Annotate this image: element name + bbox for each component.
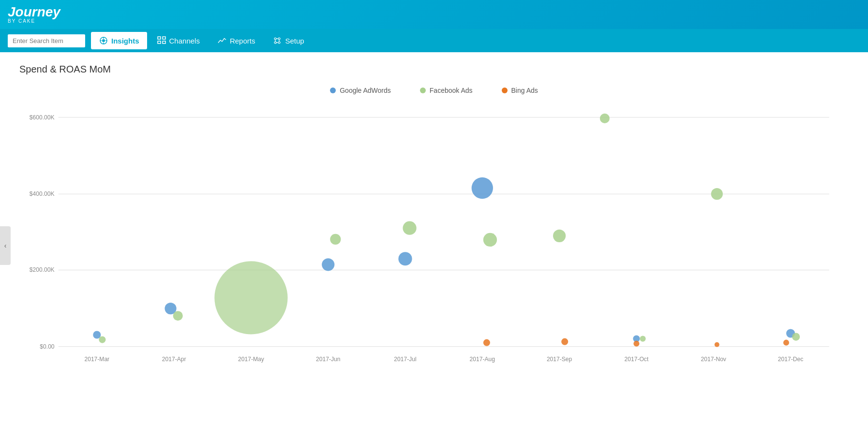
x-label-sep: 2017-Sep — [547, 356, 572, 363]
x-label-aug: 2017-Aug — [470, 356, 495, 363]
bubble-chart: $600.00K $400.00K $200.00K $0.00 2017-Ma… — [19, 104, 849, 384]
reports-icon — [217, 36, 227, 45]
svg-rect-9 — [163, 41, 165, 44]
bubble-facebook-mar[interactable] — [99, 337, 105, 343]
x-label-oct: 2017-Oct — [625, 356, 649, 363]
insights-label: Insights — [111, 37, 139, 45]
x-label-nov: 2017-Nov — [701, 356, 726, 363]
chart-container: $600.00K $400.00K $200.00K $0.00 2017-Ma… — [19, 104, 849, 386]
x-label-mar: 2017-Mar — [84, 356, 109, 363]
bubble-facebook-jul[interactable] — [403, 221, 416, 235]
bubble-bing-dec[interactable] — [783, 340, 789, 346]
x-label-may: 2017-May — [238, 356, 265, 363]
bubble-facebook-oct[interactable] — [640, 336, 645, 342]
bubble-bing-nov[interactable] — [715, 342, 719, 347]
legend-bing: Bing Ads — [502, 87, 538, 94]
setup-label: Setup — [285, 37, 304, 45]
bubble-facebook-sep[interactable] — [553, 230, 566, 242]
main-content: ‹ Spend & ROAS MoM Google AdWords Facebo… — [0, 52, 868, 439]
legend-label-facebook: Facebook Ads — [430, 87, 473, 94]
nav-item-insights[interactable]: Insights — [91, 32, 147, 49]
bubble-facebook-may[interactable] — [214, 261, 287, 334]
top-bar: Journey BY CAKE — [0, 0, 868, 29]
chart-legend: Google AdWords Facebook Ads Bing Ads — [19, 87, 849, 94]
x-label-jun: 2017-Jun — [316, 356, 340, 363]
sidebar-toggle[interactable]: ‹ — [0, 226, 11, 265]
svg-point-10 — [274, 38, 276, 40]
svg-rect-6 — [158, 37, 161, 39]
legend-google: Google AdWords — [330, 87, 391, 94]
app-logo: Journey BY CAKE — [8, 5, 60, 24]
channels-icon — [157, 36, 166, 45]
legend-facebook: Facebook Ads — [420, 87, 473, 94]
bubble-facebook-nov-big[interactable] — [600, 114, 610, 123]
legend-label-google: Google AdWords — [340, 87, 391, 94]
bubble-google-jun[interactable] — [322, 258, 334, 271]
x-label-jul: 2017-Jul — [394, 356, 416, 363]
x-label-dec: 2017-Dec — [778, 356, 803, 363]
bubble-facebook-jun[interactable] — [330, 234, 341, 245]
bubble-google-aug[interactable] — [472, 177, 493, 199]
bubble-facebook-aug[interactable] — [483, 233, 497, 247]
bubble-bing-aug[interactable] — [483, 339, 490, 346]
bubble-facebook-nov[interactable] — [711, 188, 723, 200]
bubble-facebook-apr[interactable] — [173, 311, 183, 321]
bubble-google-jul[interactable] — [398, 252, 412, 265]
legend-dot-google — [330, 88, 336, 93]
svg-point-12 — [274, 42, 276, 44]
bubble-facebook-dec[interactable] — [792, 333, 800, 340]
channels-label: Channels — [169, 37, 200, 45]
nav-item-setup[interactable]: Setup — [265, 32, 312, 49]
search-input[interactable] — [8, 34, 85, 47]
nav-item-reports[interactable]: Reports — [210, 32, 263, 49]
y-label-600k: $600.00K — [30, 114, 55, 121]
y-label-200k: $200.00K — [30, 266, 55, 273]
reports-label: Reports — [230, 37, 255, 45]
legend-label-bing: Bing Ads — [511, 87, 538, 94]
legend-dot-facebook — [420, 88, 426, 93]
x-label-apr: 2017-Apr — [162, 356, 186, 363]
legend-dot-bing — [502, 88, 508, 93]
page-title: Spend & ROAS MoM — [19, 64, 849, 75]
y-label-400k: $400.00K — [30, 190, 55, 197]
bubble-bing-oct[interactable] — [633, 341, 639, 347]
setup-icon — [272, 36, 282, 45]
svg-point-1 — [102, 39, 105, 42]
svg-point-11 — [278, 38, 280, 40]
nav-bar: Insights Channels Reports — [0, 29, 868, 52]
y-label-0: $0.00 — [40, 343, 55, 350]
nav-item-channels[interactable]: Channels — [149, 32, 208, 49]
svg-rect-7 — [163, 37, 165, 39]
svg-point-13 — [278, 42, 280, 44]
svg-rect-8 — [158, 41, 161, 44]
bubble-bing-sep[interactable] — [561, 338, 568, 345]
insights-icon — [99, 36, 108, 45]
